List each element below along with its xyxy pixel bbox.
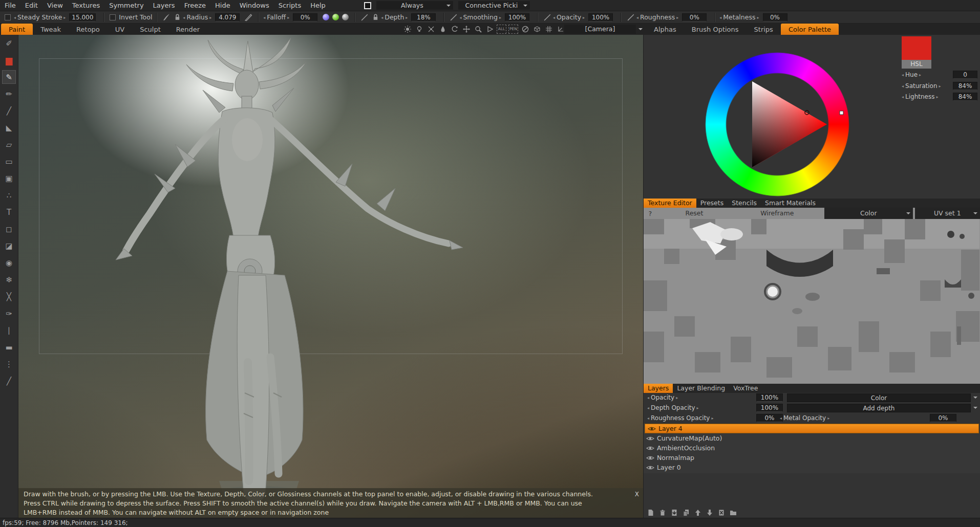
tab-tweak[interactable]: Tweak xyxy=(33,24,69,35)
hue-value[interactable]: 0 xyxy=(953,71,977,79)
copy-tool-icon[interactable]: ▣ xyxy=(2,171,16,185)
text-tool-icon[interactable]: T xyxy=(2,205,16,219)
always-dropdown[interactable]: Always xyxy=(376,1,453,10)
falloff-sphere-soft-icon[interactable] xyxy=(323,14,329,20)
hue-marker[interactable] xyxy=(840,111,843,115)
camera-dropdown-arrow-icon[interactable] xyxy=(638,28,643,32)
lock-icon[interactable] xyxy=(371,13,380,21)
needle-tool-icon[interactable]: ∣ xyxy=(2,323,16,337)
color-brush-tool-icon[interactable]: ▆ xyxy=(2,53,16,67)
erase-tool-icon[interactable]: ╳ xyxy=(2,290,16,303)
chisel-tool-icon[interactable]: ◣ xyxy=(2,121,16,135)
draw-pen-badge[interactable]: PEN xyxy=(508,25,518,34)
menu-scripts[interactable]: Scripts xyxy=(274,2,306,9)
tab-retopo[interactable]: Retopo xyxy=(69,24,108,35)
pick-tool-icon[interactable]: ✑ xyxy=(2,306,16,320)
tab-stencils[interactable]: Stencils xyxy=(728,199,761,208)
falloff-sphere-medium-icon[interactable] xyxy=(332,14,339,20)
tab-presets[interactable]: Presets xyxy=(696,199,728,208)
picking-mode-dropdown[interactable]: Connective Picki xyxy=(458,1,530,10)
square-tool-icon[interactable]: ◻ xyxy=(2,222,16,236)
stroke-direction-icon[interactable] xyxy=(485,25,495,34)
menu-help[interactable]: Help xyxy=(306,2,330,9)
camera-dropdown[interactable]: [Camera] xyxy=(564,25,636,34)
radius-value[interactable]: 4.079 xyxy=(215,13,240,21)
steady-stroke-value[interactable]: 15.000 xyxy=(69,13,96,21)
line-tool-icon[interactable]: ╱ xyxy=(2,374,16,388)
menu-edit[interactable]: Edit xyxy=(20,2,42,9)
visibility-eye-icon[interactable] xyxy=(644,455,657,461)
visibility-eye-icon[interactable] xyxy=(645,426,658,432)
trowel-tool-icon[interactable]: ▱ xyxy=(2,138,16,151)
tab-render[interactable]: Render xyxy=(168,24,207,35)
menu-hide[interactable]: Hide xyxy=(210,2,235,9)
falloff-sphere-hard-icon[interactable] xyxy=(342,14,349,20)
depth-blend-dropdown[interactable]: Add depth xyxy=(787,404,971,412)
merge-down-icon[interactable] xyxy=(670,508,679,517)
draw-all-badge[interactable]: ALL xyxy=(497,25,506,34)
layer-folder-icon[interactable] xyxy=(729,508,738,517)
visibility-eye-icon[interactable] xyxy=(644,435,657,442)
tab-layers[interactable]: Layers xyxy=(644,384,673,393)
metal-opacity-value[interactable]: 0% xyxy=(930,414,956,422)
layer-row-layer0[interactable]: Layer 0 xyxy=(644,463,980,472)
move-layer-up-icon[interactable] xyxy=(693,508,702,517)
freeze-tool-icon[interactable]: ❄ xyxy=(2,273,16,287)
steady-stroke-checkbox[interactable] xyxy=(5,14,11,20)
tab-paint[interactable]: Paint xyxy=(1,24,33,35)
uv-set-dropdown[interactable]: UV set 1 xyxy=(915,208,980,219)
duplicate-layer-icon[interactable] xyxy=(681,508,691,517)
texture-help-button[interactable]: ? xyxy=(644,210,656,217)
opacity-value[interactable]: 100% xyxy=(588,13,613,21)
lightness-value[interactable]: 84% xyxy=(953,93,977,101)
color-blend-arrow-icon[interactable] xyxy=(973,397,977,401)
texture-wireframe-button[interactable]: Wireframe xyxy=(732,208,822,219)
pencil-tool-icon[interactable]: ✐ xyxy=(2,36,16,50)
layer-row-normalmap[interactable]: Normalmap xyxy=(644,453,980,463)
layer-row-ambientocclusion[interactable]: AmbientOcclusion xyxy=(644,443,980,453)
rotate-view-icon[interactable] xyxy=(450,25,459,34)
menu-symmetry[interactable]: Symmetry xyxy=(104,2,148,9)
rect-select-tool-icon[interactable]: ▭ xyxy=(2,155,16,168)
pen-tool-icon[interactable]: ✏ xyxy=(2,87,16,101)
help-close-button[interactable]: X xyxy=(635,490,639,499)
sl-triangle[interactable] xyxy=(705,52,849,196)
layer-opacity-value[interactable]: 100% xyxy=(756,393,783,402)
pen-pressure-icon[interactable] xyxy=(543,13,552,21)
menubar-checkbox[interactable] xyxy=(364,2,371,9)
texture-preview[interactable] xyxy=(644,219,980,384)
layer-row-curvaturemap[interactable]: CurvatureMap(Auto) xyxy=(644,433,980,443)
texture-reset-button[interactable]: Reset xyxy=(656,208,732,219)
smoothing-value[interactable]: 100% xyxy=(505,13,529,21)
tab-texture-editor[interactable]: Texture Editor xyxy=(644,199,696,208)
brush-tool-icon[interactable]: ✎ xyxy=(2,70,16,84)
menu-freeze[interactable]: Freeze xyxy=(180,2,210,9)
pen-pressure-icon[interactable] xyxy=(244,13,253,21)
tab-alphas[interactable]: Alphas xyxy=(646,24,684,35)
tab-layer-blending[interactable]: Layer Blending xyxy=(673,384,729,393)
clear-layer-icon[interactable] xyxy=(717,508,726,517)
pen-pressure-icon[interactable] xyxy=(360,13,369,21)
knife-tool-icon[interactable]: ╱ xyxy=(2,104,16,118)
menu-view[interactable]: View xyxy=(42,2,68,9)
metalness-value[interactable]: 0% xyxy=(763,13,787,21)
spray-tool-icon[interactable]: ∴ xyxy=(2,188,16,202)
delete-layer-trash-icon[interactable] xyxy=(658,508,667,517)
color-mode-label[interactable]: HSL xyxy=(902,60,931,69)
falloff-value[interactable]: 0% xyxy=(293,13,317,21)
tab-color-palette[interactable]: Color Palette xyxy=(781,24,839,35)
tab-strips[interactable]: Strips xyxy=(747,24,781,35)
cube-icon[interactable] xyxy=(532,25,542,34)
roughness-value[interactable]: 0% xyxy=(682,13,707,21)
texture-channel-dropdown[interactable]: Color xyxy=(824,208,913,219)
light-position-icon[interactable] xyxy=(426,25,436,34)
depth-value[interactable]: 18% xyxy=(411,13,436,21)
viewport-canvas[interactable]: Draw with the brush, or by pressing the … xyxy=(18,35,643,518)
zoom-view-icon[interactable] xyxy=(473,25,483,34)
tab-voxtree[interactable]: VoxTree xyxy=(729,384,762,393)
visibility-eye-icon[interactable] xyxy=(644,465,657,471)
flatten-tool-icon[interactable]: ▬ xyxy=(2,340,16,354)
droplet-icon[interactable] xyxy=(438,25,448,34)
eye-tool-icon[interactable]: ◉ xyxy=(2,256,16,270)
fill-tool-icon[interactable]: ◪ xyxy=(2,239,16,253)
